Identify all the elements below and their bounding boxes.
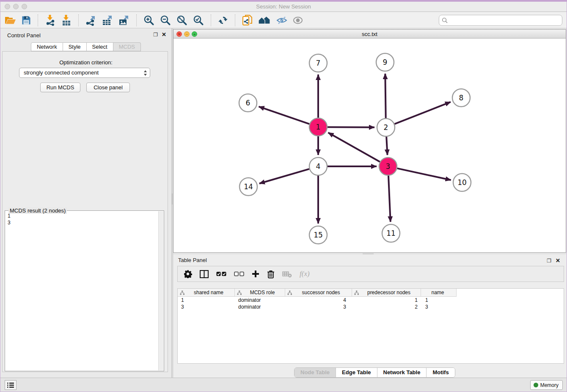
node-10[interactable]: 10: [453, 174, 471, 191]
node-3[interactable]: 3: [379, 157, 397, 175]
zoom-selected-icon: [193, 15, 204, 26]
tab-network-table[interactable]: Network Table: [377, 368, 427, 377]
select-all-button[interactable]: [216, 268, 226, 280]
column-header-shared-name[interactable]: shared name: [178, 289, 235, 297]
tab-edge-table[interactable]: Edge Table: [336, 368, 377, 377]
edge-2-3[interactable]: [386, 137, 387, 155]
node-1[interactable]: 1: [309, 118, 327, 136]
export-image-button[interactable]: [118, 14, 129, 27]
table-cell[interactable]: 1: [352, 297, 421, 304]
table-cell[interactable]: 3: [421, 304, 457, 310]
save-session-button[interactable]: [22, 14, 31, 27]
control-panel-close-button[interactable]: ✕: [162, 32, 166, 37]
node-15[interactable]: 15: [309, 226, 327, 244]
node-label: 8: [459, 94, 464, 102]
import-network-button[interactable]: [45, 14, 56, 27]
column-header-successor-nodes[interactable]: successor nodes: [285, 289, 352, 297]
table-cell[interactable]: 4: [285, 297, 352, 304]
delete-table-button[interactable]: [282, 268, 292, 280]
tab-style[interactable]: Style: [63, 42, 87, 51]
table-cell[interactable]: 3: [178, 304, 235, 310]
zoom-in-button[interactable]: [143, 14, 154, 27]
table-tabs: Node Table Edge Table Network Table Moti…: [294, 367, 455, 378]
column-header-mcds-role[interactable]: MCDS role: [235, 289, 285, 297]
split-view-button[interactable]: [200, 268, 209, 280]
copy-network-button[interactable]: [242, 14, 253, 27]
home-button[interactable]: [258, 14, 271, 27]
delete-table-icon: [282, 271, 292, 278]
table-row[interactable]: 3dominator323: [178, 304, 564, 310]
table-cell[interactable]: 1: [178, 297, 235, 304]
table-cell[interactable]: dominator: [235, 304, 285, 310]
hide-details-button[interactable]: [276, 14, 287, 27]
table-panel-float-button[interactable]: ❐: [547, 258, 551, 263]
table-cell[interactable]: 1: [421, 297, 457, 304]
edge-1-6[interactable]: [259, 107, 310, 124]
delete-column-button[interactable]: [267, 268, 275, 280]
node-6[interactable]: 6: [239, 94, 257, 112]
node-label: 15: [314, 231, 323, 239]
tab-motifs[interactable]: Motifs: [427, 368, 454, 377]
column-header-name[interactable]: name: [421, 289, 457, 297]
window-titlebar: Session: New Session: [0, 2, 567, 12]
tab-select[interactable]: Select: [87, 42, 113, 51]
memory-status-icon: [534, 383, 538, 387]
tab-mcds[interactable]: MCDS: [113, 42, 141, 51]
zoom-fit-button[interactable]: [176, 14, 187, 27]
memory-button[interactable]: Memory: [530, 380, 563, 390]
edge-3-11[interactable]: [388, 176, 391, 222]
zoom-selected-button[interactable]: [193, 14, 204, 27]
export-network-button[interactable]: [85, 14, 96, 27]
mcds-result-box: MCDS result (2 nodes) 1 3: [5, 210, 164, 371]
node-9[interactable]: 9: [376, 53, 394, 71]
table-cell[interactable]: 3: [285, 304, 352, 310]
network-frame-titlebar[interactable]: ✕ − ＋ scc.txt: [173, 30, 566, 39]
splitter-handle[interactable]: [172, 193, 173, 204]
network-view[interactable]: 7968124314101511: [173, 39, 566, 252]
unchecked-checkboxes-icon: [234, 271, 244, 276]
refresh-layout-button[interactable]: [218, 14, 228, 27]
edge-2-9[interactable]: [385, 74, 385, 118]
node-label: 14: [244, 182, 253, 191]
edge-1-2[interactable]: [328, 127, 374, 127]
table-cell[interactable]: dominator: [235, 297, 285, 304]
table-cell[interactable]: 2: [352, 304, 421, 310]
table-panel-close-button[interactable]: ✕: [556, 258, 560, 263]
tab-node-table[interactable]: Node Table: [295, 368, 336, 377]
mcds-result-text[interactable]: 1 3: [5, 212, 158, 371]
gear-icon: [184, 270, 192, 278]
task-history-button[interactable]: [5, 380, 17, 390]
column-header-predecessor-nodes[interactable]: predecessor nodes: [352, 289, 421, 297]
close-panel-button[interactable]: Close panel: [86, 83, 130, 92]
node-14[interactable]: 14: [239, 178, 257, 196]
search-input[interactable]: [439, 15, 562, 26]
save-icon: [22, 16, 31, 25]
node-2[interactable]: 2: [377, 119, 395, 136]
run-mcds-button[interactable]: Run MCDS: [40, 83, 80, 92]
deselect-all-button[interactable]: [234, 268, 244, 280]
tab-network[interactable]: Network: [31, 42, 63, 51]
table-row[interactable]: 1dominator411: [178, 297, 564, 304]
edge-2-8[interactable]: [394, 102, 450, 124]
node-4[interactable]: 4: [309, 157, 327, 175]
add-column-button[interactable]: [252, 268, 259, 280]
node-7[interactable]: 7: [309, 54, 327, 72]
import-table-button[interactable]: [61, 14, 72, 27]
node-8[interactable]: 8: [452, 89, 470, 107]
result-scrollbar[interactable]: [158, 211, 163, 370]
network-graph: 7968124314101511: [173, 39, 566, 252]
criterion-value: strongly connected component: [24, 69, 99, 76]
edge-3-1[interactable]: [328, 133, 380, 162]
criterion-select[interactable]: strongly connected component: [19, 68, 150, 78]
open-session-button[interactable]: [5, 14, 16, 27]
edge-3-10[interactable]: [397, 168, 451, 180]
table-settings-button[interactable]: [184, 268, 192, 280]
home-icon: [258, 16, 271, 25]
edge-4-14[interactable]: [259, 169, 309, 183]
control-panel-float-button[interactable]: ❐: [153, 32, 158, 37]
zoom-out-button[interactable]: [160, 14, 171, 27]
node-11[interactable]: 11: [382, 224, 400, 242]
function-builder-button[interactable]: f(x): [300, 268, 310, 280]
show-details-button[interactable]: [293, 14, 303, 27]
export-table-button[interactable]: [102, 14, 113, 27]
